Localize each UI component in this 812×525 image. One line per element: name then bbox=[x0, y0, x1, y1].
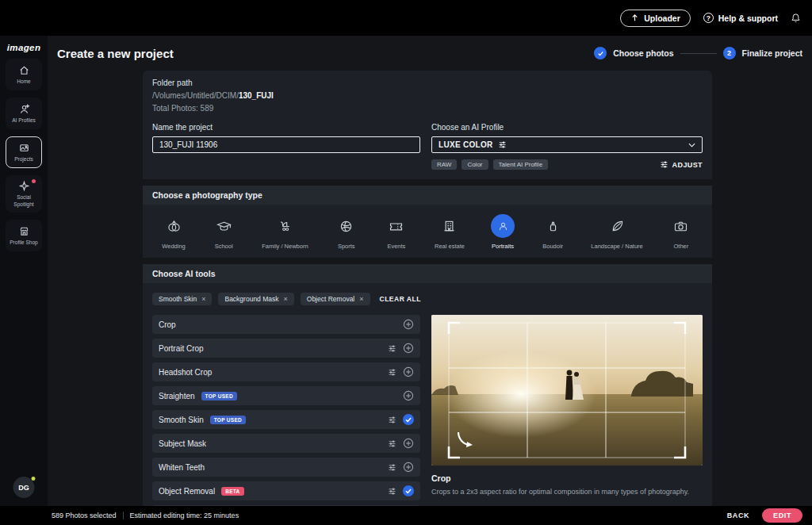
type-sports[interactable]: Sports bbox=[335, 214, 358, 250]
folder-path-value: /Volumes/Untitled/DCIM/130_FUJI bbox=[152, 91, 703, 100]
stepper: Choose photos 2 Finalize project bbox=[594, 47, 802, 59]
avatar-initials: DG bbox=[18, 484, 29, 492]
folder-path-section: Folder path /Volumes/Untitled/DCIM/130_F… bbox=[143, 71, 712, 179]
tool-settings-icon[interactable] bbox=[388, 368, 396, 377]
type-family-newborn[interactable]: Family / Newborn bbox=[262, 214, 308, 250]
type-landscape-nature[interactable]: Landscape / Nature bbox=[591, 214, 642, 250]
add-icon[interactable] bbox=[403, 390, 414, 401]
type-label: Family / Newborn bbox=[262, 243, 308, 250]
remove-icon[interactable]: × bbox=[284, 295, 288, 303]
main-content: Create a new project Choose photos 2 Fin… bbox=[48, 36, 812, 506]
sidebar-item-social-spotlight[interactable]: Social Spotlight bbox=[6, 175, 42, 213]
perfume-bottle-icon bbox=[545, 218, 561, 235]
tool-settings-icon[interactable] bbox=[388, 439, 396, 448]
app-window: Uploader ? Help & support imagen Home bbox=[0, 0, 812, 525]
remove-icon[interactable]: × bbox=[201, 295, 205, 303]
tool-settings-icon[interactable] bbox=[388, 416, 396, 424]
online-status-dot bbox=[31, 476, 36, 481]
imagen-logo: imagen bbox=[7, 43, 41, 52]
add-icon[interactable] bbox=[403, 343, 414, 354]
chip-smooth-skin[interactable]: Smooth Skin × bbox=[152, 293, 212, 305]
selected-tools-chips: Smooth Skin × Background Mask × Object R… bbox=[152, 293, 703, 305]
path-current-folder: 130_FUJI bbox=[239, 91, 274, 100]
type-school[interactable]: School bbox=[212, 214, 236, 250]
adjust-button[interactable]: ADJUST bbox=[660, 160, 703, 169]
tool-label: Whiten Teeth bbox=[159, 463, 205, 472]
tool-label: Object Removal bbox=[159, 487, 215, 496]
add-icon[interactable] bbox=[403, 319, 414, 330]
photos-selected-label: 589 Photos selected bbox=[52, 512, 117, 519]
type-label: School bbox=[215, 243, 233, 250]
type-wedding[interactable]: Wedding bbox=[162, 214, 186, 250]
back-button[interactable]: BACK bbox=[727, 512, 749, 519]
tool-label: Straighten bbox=[159, 392, 195, 400]
added-check-icon[interactable] bbox=[403, 414, 414, 425]
path-prefix: /Volumes/Untitled/DCIM/ bbox=[152, 91, 239, 100]
tool-settings-icon[interactable] bbox=[388, 487, 396, 496]
sliders-icon bbox=[660, 160, 668, 169]
topbar: Uploader ? Help & support bbox=[0, 0, 812, 36]
sidebar-item-profile-shop[interactable]: Profile Shop bbox=[6, 220, 42, 251]
uploader-button[interactable]: Uploader bbox=[620, 10, 691, 27]
sidebar-item-projects[interactable]: Projects bbox=[6, 136, 42, 168]
tool-row-whiten-teeth[interactable]: Whiten Teeth bbox=[152, 458, 420, 477]
project-panel: Folder path /Volumes/Untitled/DCIM/130_F… bbox=[143, 71, 712, 506]
type-events[interactable]: Events bbox=[385, 214, 408, 250]
tool-row-headshot-crop[interactable]: Headshot Crop bbox=[152, 362, 420, 381]
sidebar-item-home[interactable]: Home bbox=[6, 59, 42, 90]
tool-row-portrait-crop[interactable]: Portrait Crop bbox=[152, 339, 420, 358]
ai-profile-selected-value: LUXE COLOR bbox=[439, 140, 493, 149]
type-portraits[interactable]: Portraits bbox=[491, 214, 515, 250]
chip-background-mask[interactable]: Background Mask × bbox=[218, 293, 293, 305]
tool-row-object-removal[interactable]: Object Removal BETA bbox=[152, 481, 420, 500]
type-boudoir[interactable]: Boudoir bbox=[541, 214, 565, 250]
question-icon: ? bbox=[703, 13, 714, 23]
ai-profile-dropdown[interactable]: LUXE COLOR bbox=[431, 136, 703, 153]
tool-row-crop[interactable]: Crop bbox=[152, 315, 420, 334]
tool-settings-icon[interactable] bbox=[388, 344, 396, 353]
profile-tags: RAW Color Talent AI Profile bbox=[431, 159, 548, 170]
remove-icon[interactable]: × bbox=[359, 295, 363, 303]
tool-label: Subject Mask bbox=[159, 439, 206, 448]
ai-profile-person-icon bbox=[18, 103, 30, 115]
tag-raw: RAW bbox=[431, 159, 457, 170]
step2-number: 2 bbox=[723, 47, 736, 59]
footer-bar: 589 Photos selected Estimated editing ti… bbox=[0, 506, 812, 525]
tag-talent-ai-profile: Talent AI Profile bbox=[493, 159, 549, 170]
upload-arrow-icon bbox=[630, 13, 639, 22]
user-avatar[interactable]: DG bbox=[13, 477, 35, 498]
ai-profile-label: Choose an AI Profile bbox=[431, 123, 703, 132]
project-name-input[interactable] bbox=[152, 136, 420, 153]
type-other[interactable]: Other bbox=[669, 214, 693, 250]
add-icon[interactable] bbox=[403, 438, 414, 449]
notifications-bell-icon[interactable] bbox=[791, 13, 801, 24]
chip-label: Smooth Skin bbox=[159, 295, 197, 303]
storefront-icon bbox=[18, 225, 30, 237]
chevron-down-icon bbox=[688, 143, 695, 148]
tool-settings-icon[interactable] bbox=[388, 463, 396, 472]
portrait-person-icon bbox=[497, 220, 509, 232]
type-label: Other bbox=[674, 243, 689, 250]
crop-preview-photo bbox=[431, 315, 703, 466]
sidebar-item-label: Projects bbox=[14, 156, 33, 163]
spotlight-star-icon bbox=[18, 180, 30, 192]
sidebar-item-ai-profiles[interactable]: AI Profiles bbox=[6, 98, 42, 129]
add-icon[interactable] bbox=[403, 366, 414, 377]
edit-button[interactable]: EDIT bbox=[762, 508, 802, 523]
tool-row-smooth-skin[interactable]: Smooth Skin TOP USED bbox=[152, 410, 420, 429]
step1-label[interactable]: Choose photos bbox=[613, 48, 673, 58]
wedding-rings-icon bbox=[166, 218, 182, 235]
type-real-estate[interactable]: Real estate bbox=[435, 214, 465, 250]
ticket-icon bbox=[388, 218, 404, 235]
stepper-line bbox=[680, 53, 717, 54]
added-check-icon[interactable] bbox=[403, 485, 414, 496]
preview-tool-title: Crop bbox=[431, 473, 703, 483]
clear-all-button[interactable]: CLEAR ALL bbox=[380, 295, 421, 303]
help-support-button[interactable]: ? Help & support bbox=[703, 13, 778, 23]
sidebar-item-label: Social Spotlight bbox=[7, 194, 40, 208]
add-icon[interactable] bbox=[403, 462, 414, 473]
chip-object-removal[interactable]: Object Removal × bbox=[301, 293, 370, 305]
tool-row-straighten[interactable]: Straighten TOP USED bbox=[152, 386, 420, 405]
building-icon bbox=[441, 218, 458, 235]
tool-row-subject-mask[interactable]: Subject Mask bbox=[152, 434, 420, 453]
